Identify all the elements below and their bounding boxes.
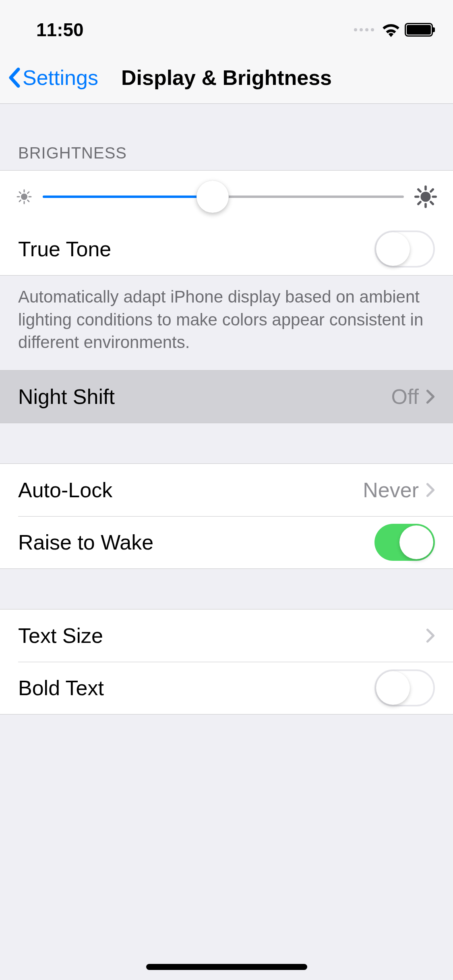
svg-line-16: [431, 189, 433, 191]
svg-line-5: [19, 192, 21, 194]
brightness-low-icon: [16, 189, 32, 205]
raise-to-wake-row: Raise to Wake: [0, 516, 453, 568]
text-group: Text Size Bold Text: [0, 609, 453, 714]
status-bar: 11:50: [0, 0, 453, 51]
brightness-group: True Tone: [0, 170, 453, 276]
raise-to-wake-toggle[interactable]: [374, 524, 435, 561]
svg-point-0: [21, 194, 27, 200]
night-shift-row[interactable]: Night Shift Off: [0, 371, 453, 423]
true-tone-label: True Tone: [18, 237, 374, 261]
night-shift-group: Night Shift Off: [0, 370, 453, 423]
lock-group: Auto-Lock Never Raise to Wake: [0, 463, 453, 569]
chevron-right-icon: [426, 389, 435, 404]
svg-line-8: [19, 200, 21, 202]
brightness-high-icon: [414, 185, 437, 208]
brightness-slider-row: [0, 171, 453, 223]
true-tone-toggle[interactable]: [374, 231, 435, 268]
true-tone-footer: Automatically adapt iPhone display based…: [0, 276, 453, 370]
svg-line-15: [431, 202, 433, 204]
svg-line-17: [418, 202, 420, 204]
back-button[interactable]: Settings: [0, 66, 98, 90]
svg-point-9: [420, 191, 430, 202]
brightness-slider[interactable]: [43, 185, 404, 209]
bold-text-toggle[interactable]: [374, 669, 435, 706]
night-shift-value: Off: [391, 385, 419, 409]
wifi-icon: [382, 23, 400, 37]
true-tone-row: True Tone: [0, 223, 453, 275]
chevron-right-icon: [426, 482, 435, 498]
auto-lock-label: Auto-Lock: [18, 478, 363, 502]
cellular-dots-icon: [354, 28, 374, 31]
status-time: 11:50: [16, 19, 84, 41]
chevron-left-icon: [8, 68, 20, 88]
svg-line-6: [28, 200, 29, 202]
night-shift-label: Night Shift: [18, 385, 391, 409]
bold-text-row: Bold Text: [0, 662, 453, 714]
chevron-right-icon: [426, 628, 435, 643]
battery-icon: [405, 23, 433, 37]
nav-bar: Settings Display & Brightness: [0, 51, 453, 104]
brightness-section-header: BRIGHTNESS: [0, 104, 453, 170]
auto-lock-row[interactable]: Auto-Lock Never: [0, 464, 453, 516]
home-indicator[interactable]: [146, 964, 307, 970]
bold-text-label: Bold Text: [18, 676, 374, 700]
text-size-label: Text Size: [18, 624, 426, 648]
raise-to-wake-label: Raise to Wake: [18, 530, 374, 554]
svg-line-7: [28, 192, 29, 194]
status-indicators: [354, 23, 437, 37]
back-label: Settings: [23, 66, 98, 90]
auto-lock-value: Never: [363, 478, 419, 502]
svg-line-14: [418, 189, 420, 191]
text-size-row[interactable]: Text Size: [0, 609, 453, 662]
